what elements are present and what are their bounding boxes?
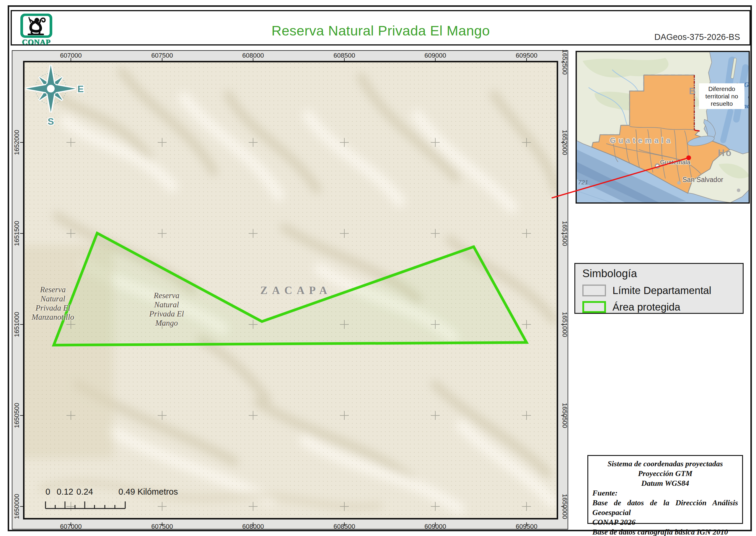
disclaimer-line: Diferendo — [700, 85, 743, 92]
credits-line: CONAP 2026 — [592, 518, 738, 527]
department-label: ZACAPA — [260, 284, 331, 297]
territorial-disclaimer-note: Diferendo territorial no resuelto — [699, 83, 744, 109]
credits-line: Fuente: — [592, 488, 738, 498]
y-axis-tick — [561, 506, 564, 507]
graticule-cross — [431, 320, 440, 329]
graticule-cross — [522, 138, 531, 147]
y-axis-label-left: 1651500 — [13, 221, 21, 246]
y-axis-tick — [561, 415, 564, 416]
depth-label-721: 721 — [578, 179, 588, 185]
compass-o-label: O — [23, 84, 24, 94]
y-axis-tick — [561, 62, 564, 62]
san-salvador-dot — [677, 181, 681, 185]
disclaimer-line: resuelto — [700, 100, 743, 107]
graticule-cross — [522, 411, 531, 420]
y-axis-tick — [561, 324, 564, 325]
y-axis-label-left: 1652000 — [13, 130, 21, 155]
graticule-cross — [66, 411, 75, 420]
reserve-label-line: Privada El — [32, 303, 74, 313]
reserve-label-line: Natural — [32, 294, 74, 303]
graticule-cross — [522, 229, 531, 238]
scale-bar-value: 0 — [46, 487, 50, 496]
disclaimer-line: territorial no — [700, 92, 743, 100]
graticule-cross — [431, 411, 440, 420]
legend-swatch — [583, 285, 606, 296]
graticule-cross — [158, 229, 167, 238]
x-axis-tick — [435, 522, 436, 526]
legend-panel: Simbología Límite DepartamentalÁrea prot… — [574, 263, 743, 314]
y-axis-label-left: 1650000 — [13, 494, 21, 519]
belize-partial-label: B — [689, 86, 697, 96]
credits-line: Base de datos cartografía básica IGN 201… — [592, 527, 738, 536]
x-axis-tick — [162, 522, 162, 526]
guatemala-country-label: Guatemala — [610, 136, 673, 145]
x-axis-tick — [253, 522, 253, 526]
scale-bar: 00.120.240.49 Kilómetros — [36, 481, 243, 513]
credits-line: Datum WGS84 — [592, 478, 738, 488]
conap-wordmark: CONAP — [19, 38, 54, 47]
legend-title: Simbología — [583, 267, 736, 280]
compass-s-label: S — [47, 116, 54, 127]
locator-inset-map[interactable]: B Gu o Hond Guatemala Ho Guatemala San S… — [576, 51, 750, 204]
x-axis-tick — [71, 522, 71, 526]
reserve-label-line: Privada El — [149, 309, 184, 318]
scale-bar-ticks — [46, 501, 125, 509]
legend-item-label: Límite Departamental — [613, 285, 711, 296]
x-axis-tick — [526, 522, 527, 526]
city-dot-secondary — [737, 188, 740, 192]
legend-item: Área protegida — [583, 301, 736, 313]
reserve-el-mango-label: ReservaNaturalPrivada ElMango — [149, 291, 184, 328]
water-label-gu: Gu — [744, 81, 750, 88]
compass-n-label: N — [47, 61, 54, 63]
graticule-cross — [249, 229, 258, 238]
graticule-cross — [431, 138, 440, 147]
graticule-cross — [158, 411, 167, 420]
graticule-cross — [249, 138, 258, 147]
graticule-cross — [340, 320, 349, 329]
y-axis-tick — [561, 142, 564, 143]
graticule-cross — [431, 229, 440, 238]
guatemala-city-dot — [655, 164, 659, 168]
graticule-cross — [249, 502, 258, 511]
credits-panel: Sistema de coordenadas proyectadasProyec… — [587, 455, 743, 524]
legend-item: Límite Departamental — [583, 285, 736, 296]
scale-bar-end-value: 0.49 Kilómetros — [118, 487, 178, 496]
x-axis-tick — [344, 522, 345, 526]
compass-e-label: E — [78, 84, 83, 94]
graticule-cross — [249, 411, 258, 420]
y-axis-label-left: 1651000 — [13, 312, 21, 337]
graticule-cross — [66, 229, 75, 238]
graticule-cross — [340, 411, 349, 420]
reserve-label-line: Mango — [149, 318, 184, 328]
legend-swatch — [583, 301, 606, 313]
credits-line: Base de datos de la Dirección Análisis G… — [592, 498, 738, 518]
reserve-label-line: Reserva — [32, 285, 74, 294]
guatemala-city-label: Guatemala — [660, 159, 690, 165]
graticule-cross — [340, 229, 349, 238]
water-label-o: o — [748, 92, 750, 100]
graticule-cross — [340, 138, 349, 147]
map-canvas[interactable]: N E S O ZACAPA ReservaNaturalPrivada ElM… — [23, 61, 558, 519]
compass-rose: N E S O — [23, 61, 89, 131]
y-axis-tick — [561, 233, 564, 234]
reserve-el-manzanotillo-label: ReservaNaturalPrivada ElManzanotillo — [32, 285, 74, 322]
map-sheet: CONAP Reserva Natural Privada El Mango D… — [0, 0, 756, 536]
graticule-cross — [249, 320, 258, 329]
map-frame: 6070006070006075006075006080006080006085… — [12, 50, 568, 529]
graticule-cross — [66, 138, 75, 147]
legend-item-label: Área protegida — [613, 301, 680, 313]
reserve-label-line: Natural — [149, 300, 184, 309]
scale-bar-value: 0.24 — [77, 487, 93, 496]
graticule-cross — [158, 138, 167, 147]
graticule-cross — [340, 502, 349, 511]
scale-bar-value: 0.12 — [57, 487, 73, 496]
san-salvador-label: San Salvador — [682, 176, 723, 184]
y-axis-label-left: 1650500 — [13, 403, 21, 428]
credits-line: Sistema de coordenadas proyectadas — [592, 459, 738, 469]
header: CONAP Reserva Natural Privada El Mango D… — [11, 10, 751, 46]
document-code: DAGeos-375-2026-BS — [654, 32, 740, 42]
graticule-cross — [522, 320, 531, 329]
honduras-partial-label: Ho — [718, 148, 732, 158]
graticule-cross — [431, 502, 440, 511]
reserve-label-line: Manzanotillo — [32, 313, 74, 322]
